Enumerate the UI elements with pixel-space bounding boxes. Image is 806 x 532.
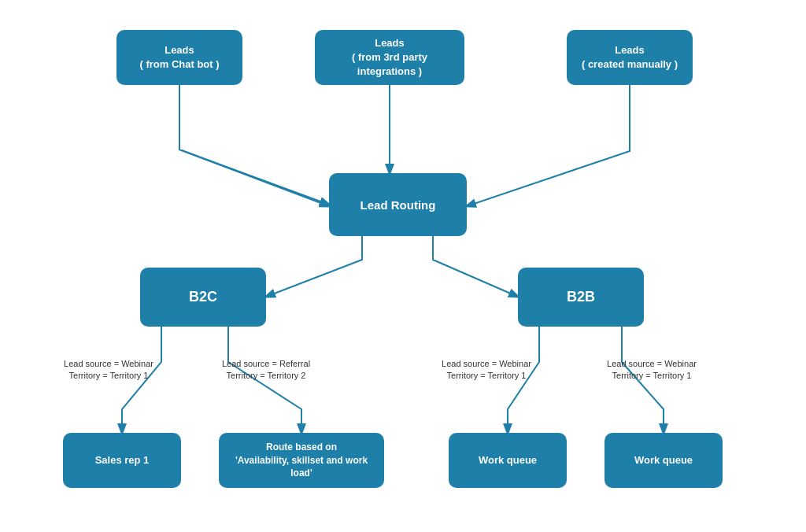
node-workqueue2: Work queue <box>604 433 723 488</box>
diagram-container: Leads( from Chat bot ) Leads( from 3rd p… <box>0 0 806 532</box>
node-chatbot: Leads( from Chat bot ) <box>116 30 242 85</box>
label-b2b-left: Lead source = WebinarTerritory = Territo… <box>431 358 542 382</box>
label-b2c-left: Lead source = WebinarTerritory = Territo… <box>54 358 164 382</box>
node-manual: Leads( created manually ) <box>567 30 693 85</box>
node-b2b: B2B <box>518 268 644 327</box>
label-b2b-right: Lead source = WebinarTerritory = Territo… <box>597 358 707 382</box>
label-b2c-right: Lead source = ReferralTerritory = Territ… <box>211 358 321 382</box>
node-leadrouting: Lead Routing <box>329 173 467 236</box>
node-thirdparty: Leads( from 3rd party integrations ) <box>315 30 464 85</box>
node-routebased: Route based on'Availability, skillset an… <box>219 433 384 488</box>
node-workqueue1: Work queue <box>449 433 567 488</box>
node-b2c: B2C <box>140 268 266 327</box>
node-salesrep: Sales rep 1 <box>63 433 181 488</box>
